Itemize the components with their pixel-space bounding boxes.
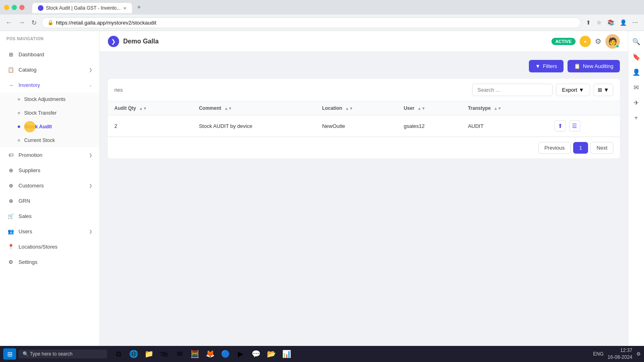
taskbar-app-edge[interactable]: 🌐 — [126, 347, 141, 361]
sidebar-item-sales[interactable]: 🛒 Sales — [0, 208, 99, 224]
sidebar-item-locations[interactable]: 📍 Locations/Stores — [0, 239, 99, 254]
export-button[interactable]: Export ▼ — [556, 84, 590, 96]
taskbar-app-calculator[interactable]: 🧮 — [188, 347, 202, 361]
taskbar-app-explorer[interactable]: 📁 — [142, 347, 156, 361]
topbar: ❯ Demo Galla ACTIVE ● ⚙ 🧑 — [100, 31, 628, 52]
taskbar-app-store[interactable]: 🛍 — [157, 347, 171, 361]
address-bar[interactable]: 🔒 https://retail.galla.app/mystorev2/sto… — [41, 17, 581, 28]
col-user[interactable]: User ▲▼ — [397, 101, 461, 115]
rp-add-icon[interactable]: + — [630, 111, 643, 124]
sidebar-item-promotion[interactable]: 🏷 Promotion ❯ — [0, 147, 99, 162]
more-icon[interactable]: ⋯ — [630, 17, 640, 28]
list-action-icon[interactable]: ☰ — [569, 120, 580, 132]
transtype-label: Transtype — [468, 105, 491, 111]
app-container: POS NAVIGATION ⊞ Dashboard 📋 Catalog ❯ →… — [0, 31, 644, 346]
col-location[interactable]: Location ▲▼ — [316, 101, 397, 115]
extensions-icon[interactable]: ⬆ — [584, 17, 593, 28]
taskbar-app-chrome[interactable]: 🔵 — [218, 347, 233, 361]
tab-favicon — [38, 5, 43, 11]
sidebar-item-inventory[interactable]: → Inventory ⌄ — [0, 77, 99, 93]
active-tab[interactable]: Stock Audit | Galla GST - Invento... ✕ — [32, 2, 132, 13]
sort-icon-comment: ▲▼ — [224, 106, 232, 111]
inventory-icon: → — [7, 81, 14, 88]
sidebar-toggle-button[interactable]: ❯ — [108, 36, 119, 47]
rp-bookmark-icon[interactable]: 🔖 — [630, 50, 643, 63]
forward-button[interactable]: → — [17, 17, 27, 28]
col-comment[interactable]: Comment ▲▼ — [192, 101, 316, 115]
close-button[interactable]: ✕ — [19, 5, 25, 10]
taskbar-app-skype[interactable]: 💬 — [249, 347, 263, 361]
users-icon: 👥 — [7, 228, 14, 235]
location-label: Location — [322, 105, 342, 111]
next-button[interactable]: Next — [590, 142, 613, 154]
table-toolbar: ries Export ▼ ⊞ ▼ — [108, 79, 620, 101]
new-tab-button[interactable]: + — [133, 1, 145, 13]
sidebar-item-grn[interactable]: ⊕ GRN — [0, 193, 99, 208]
tab-close-icon[interactable]: ✕ — [123, 6, 126, 10]
page-header: ▼ Filters 📋 New Auditing — [108, 60, 620, 72]
avatar[interactable]: 🧑 — [605, 34, 620, 49]
filters-label: Filters — [543, 63, 557, 69]
taskbar-app-youtube[interactable]: ▶ — [233, 347, 248, 361]
new-auditing-button[interactable]: 📋 New Auditing — [568, 60, 620, 72]
reload-button[interactable]: ↻ — [30, 17, 38, 28]
sidebar-item-dashboard[interactable]: ⊞ Dashboard — [0, 47, 99, 62]
tabs-row: Stock Audit | Galla GST - Invento... ✕ + — [28, 1, 149, 13]
taskbar-search-button[interactable]: 🔍 Type here to search — [19, 350, 107, 358]
url-text: https://retail.galla.app/mystorev2/stock… — [56, 20, 575, 26]
cell-transtype: AUDIT — [461, 115, 548, 137]
taskbar-app-files[interactable]: 📂 — [264, 347, 279, 361]
sidebar-item-stock-transfer[interactable]: Stock Transfer — [0, 106, 99, 120]
sidebar-item-users[interactable]: 👥 Users ❯ — [0, 224, 99, 239]
col-transtype[interactable]: Transtype ▲▼ — [461, 101, 548, 115]
view-toggle-button[interactable]: ⊞ ▼ — [593, 84, 613, 96]
sidebar-item-suppliers[interactable]: ⊕ Suppliers — [0, 162, 99, 178]
sidebar-item-customers[interactable]: ⊕ Customers ❯ — [0, 178, 99, 193]
start-button[interactable]: ⊞ — [3, 348, 16, 360]
upload-action-icon[interactable]: ⬆ — [555, 120, 566, 132]
rp-mail-icon[interactable]: ✉ — [630, 81, 643, 94]
sidebar-submenu-inventory: Stock Adjustments Stock Transfer Stock A… — [0, 93, 99, 147]
col-audit-qty[interactable]: Audit Qty ▲▼ — [108, 101, 192, 115]
sidebar-item-current-stock[interactable]: Current Stock — [0, 134, 99, 147]
rp-person-icon[interactable]: 👤 — [630, 66, 643, 78]
page-1-button[interactable]: 1 — [573, 142, 588, 154]
sidebar-label-settings: Settings — [19, 259, 92, 265]
sidebar-item-settings[interactable]: ⚙ Settings — [0, 254, 99, 269]
collections-icon[interactable]: 📚 — [605, 17, 616, 28]
taskbar-settings-icon[interactable]: ⚙ — [636, 351, 641, 357]
star-icon[interactable]: ☆ — [594, 17, 604, 28]
sidebar-item-stock-adjustments[interactable]: Stock Adjustments — [0, 93, 99, 106]
audit-table: Audit Qty ▲▼ Comment ▲▼ Location ▲▼ — [108, 101, 620, 137]
filters-button[interactable]: ▼ Filters — [529, 60, 564, 72]
taskbar-app-mail[interactable]: ✉ — [172, 347, 187, 361]
rp-search-icon[interactable]: 🔍 — [630, 35, 643, 48]
settings-gear-icon[interactable]: ⚙ — [595, 37, 601, 46]
taskbar-app-taskview[interactable]: ⧉ — [111, 347, 126, 361]
sidebar-label-promotion: Promotion — [19, 152, 85, 158]
sidebar-header: POS NAVIGATION — [0, 31, 99, 47]
taskbar-app-chart[interactable]: 📊 — [279, 347, 294, 361]
sidebar-item-stock-audit[interactable]: Stock Audit — [0, 120, 99, 134]
profile-icon[interactable]: 👤 — [618, 17, 629, 28]
previous-button[interactable]: Previous — [538, 142, 571, 154]
maximize-button[interactable]: □ — [12, 5, 17, 10]
search-input[interactable] — [472, 84, 553, 96]
minimize-button[interactable]: ─ — [4, 5, 9, 10]
taskbar-app-firefox[interactable]: 🦊 — [203, 347, 217, 361]
topbar-right: ACTIVE ● ⚙ 🧑 — [551, 34, 620, 49]
right-panel: 🔍 🔖 👤 ✉ ✈ + — [628, 31, 644, 346]
new-auditing-label: New Auditing — [583, 63, 613, 69]
store-name: Demo Galla — [123, 38, 159, 45]
notification-dot[interactable]: ● — [580, 36, 591, 47]
back-button[interactable]: ← — [4, 17, 14, 28]
sort-icon-transtype: ▲▼ — [493, 106, 502, 111]
view-dropdown-icon: ▼ — [604, 87, 609, 93]
sidebar-label-catalog: Catalog — [19, 67, 85, 73]
rp-plane-icon[interactable]: ✈ — [630, 96, 643, 109]
taskbar-apps: ⧉ 🌐 📁 🛍 ✉ 🧮 🦊 🔵 ▶ 💬 📂 📊 — [111, 347, 294, 361]
promotion-icon: 🏷 — [7, 151, 14, 158]
main-content: ❯ Demo Galla ACTIVE ● ⚙ 🧑 ▼ Filters — [100, 31, 628, 346]
cell-audit-qty: 2 — [108, 115, 192, 137]
sidebar-item-catalog[interactable]: 📋 Catalog ❯ — [0, 62, 99, 77]
